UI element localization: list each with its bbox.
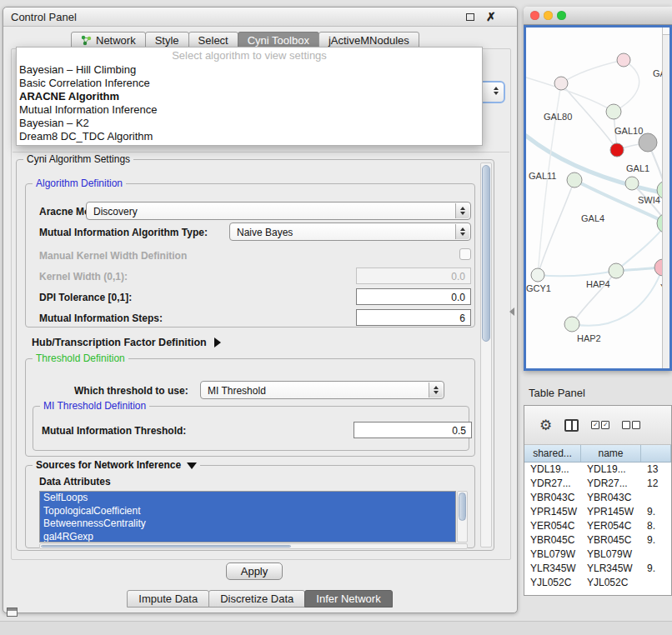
- node-label: HAP4: [586, 279, 610, 289]
- network-window-titlebar[interactable]: [524, 7, 672, 25]
- network-node[interactable]: [609, 263, 624, 278]
- column-header[interactable]: name: [581, 445, 641, 462]
- table-cell: 12: [641, 477, 671, 491]
- mi-threshold-field[interactable]: 0.5: [354, 422, 472, 438]
- table-row[interactable]: YBR043CYBR043C: [524, 491, 671, 505]
- table-row[interactable]: YBR045CYBR045C9.: [524, 533, 671, 548]
- kernel-width-field[interactable]: 0.0: [356, 268, 471, 284]
- columns-icon[interactable]: [564, 419, 579, 432]
- network-vertical-scrollbar[interactable]: [662, 28, 669, 368]
- network-node[interactable]: [617, 53, 630, 67]
- control-panel-titlebar[interactable]: Control Panel ✗: [3, 8, 517, 27]
- network-edge: [538, 271, 616, 276]
- table-cell: YER054C: [581, 519, 641, 533]
- network-node[interactable]: [625, 177, 639, 190]
- table-row[interactable]: YJL052CYJL052C: [524, 576, 671, 590]
- apply-button[interactable]: Apply: [226, 562, 283, 580]
- scrollbar-thumb[interactable]: [41, 545, 291, 548]
- node-label: GCY1: [526, 283, 551, 293]
- table-cell: YPR145W: [524, 505, 581, 519]
- table-row[interactable]: YDR27...YDR27...12: [524, 477, 671, 491]
- manual-kernel-checkbox[interactable]: [459, 248, 471, 260]
- data-attribute-item[interactable]: TopologicalCoefficient: [40, 505, 455, 518]
- sources-title: Sources for Network Inference: [36, 459, 181, 471]
- close-icon[interactable]: ✗: [486, 10, 496, 23]
- algorithm-definition-group: Algorithm Definition Aracne Mode: Discov…: [25, 183, 475, 328]
- dpi-tolerance-field[interactable]: 0.0: [356, 288, 471, 305]
- algorithm-option[interactable]: Basic Correlation Inference: [17, 77, 482, 90]
- network-node[interactable]: [639, 133, 657, 152]
- mi-type-combo[interactable]: Naive Bayes: [229, 222, 471, 241]
- minimize-light-icon[interactable]: [544, 11, 553, 20]
- list-vertical-scrollbar[interactable]: [457, 491, 468, 542]
- table-cell: YER054C: [524, 519, 581, 533]
- combo-value: MI Threshold: [208, 385, 266, 397]
- window-title: Control Panel: [11, 11, 77, 23]
- network-view-window: GALGAL80GAL10GAL11GAL1SWI4GAL4GCY1HAP4YH…: [524, 7, 672, 371]
- panel-collapse-arrow-icon[interactable]: [509, 308, 514, 316]
- aracne-mode-combo[interactable]: Discovery: [86, 202, 471, 220]
- node-label: GAL80: [544, 112, 572, 122]
- table-cell: YBL079W: [581, 548, 641, 562]
- float-window-icon[interactable]: [466, 13, 474, 21]
- column-header[interactable]: [641, 445, 671, 462]
- table-row[interactable]: YER054CYER054C8.: [524, 519, 671, 533]
- node-label: GAL11: [529, 171, 556, 181]
- deselect-all-icon[interactable]: [622, 421, 640, 429]
- data-attribute-item[interactable]: gal4RGexp: [40, 531, 455, 543]
- network-node[interactable]: [564, 317, 579, 332]
- tab-infer-network[interactable]: Infer Network: [304, 590, 392, 608]
- scrollbar-arrow[interactable]: [663, 28, 669, 35]
- network-view[interactable]: GALGAL80GAL10GAL11GAL1SWI4GAL4GCY1HAP4YH…: [524, 25, 672, 371]
- data-attribute-item[interactable]: SelfLoops: [40, 492, 455, 505]
- hub-section-toggle[interactable]: Hub/Transcription Factor Definition: [32, 337, 221, 348]
- table-cell: YBR045C: [524, 533, 581, 548]
- which-threshold-label: Which threshold to use:: [74, 385, 188, 397]
- network-node[interactable]: [567, 172, 582, 188]
- sources-group: Sources for Network Inference Data Attri…: [25, 465, 475, 548]
- tab-impute-data[interactable]: Impute Data: [127, 590, 209, 608]
- algorithm-option[interactable]: ARACNE Algorithm: [17, 90, 482, 103]
- tab-discretize-data[interactable]: Discretize Data: [208, 590, 305, 608]
- network-node[interactable]: [531, 268, 544, 282]
- algorithm-option[interactable]: Bayesian – Hill Climbing: [17, 63, 482, 77]
- table-row[interactable]: YLR345WYLR345W9.: [524, 562, 671, 576]
- close-light-icon[interactable]: [530, 11, 539, 20]
- node-label: GAL10: [614, 126, 643, 136]
- select-all-icon[interactable]: ✓ ✓: [591, 421, 609, 429]
- sources-toggle[interactable]: Sources for Network Inference: [33, 459, 200, 471]
- algorithm-option[interactable]: Bayesian – K2: [17, 117, 482, 130]
- group-title: Cyni Algorithm Settings: [23, 153, 133, 165]
- algorithm-option[interactable]: Dream8 DC_TDC Algorithm: [17, 130, 482, 143]
- table-row[interactable]: YPR145WYPR145W9.: [524, 505, 671, 519]
- table-body: YDL19...YDL19...13YDR27...YDR27...12YBR0…: [524, 462, 671, 595]
- combo-value: Naive Bayes: [237, 227, 293, 238]
- data-attributes-list[interactable]: SelfLoopsTopologicalCoefficientBetweenne…: [39, 491, 456, 542]
- mi-steps-field[interactable]: 6: [356, 309, 471, 326]
- node-label: GAL1: [626, 163, 649, 173]
- gear-icon[interactable]: ⚙: [539, 418, 552, 432]
- table-cell: YBR045C: [581, 533, 641, 548]
- list-horizontal-scrollbar[interactable]: [39, 543, 468, 549]
- network-canvas[interactable]: GALGAL80GAL10GAL11GAL1SWI4GAL4GCY1HAP4YH…: [526, 28, 669, 368]
- table-row[interactable]: YDL19...YDL19...13: [524, 462, 671, 477]
- mi-steps-label: Mutual Information Steps:: [39, 312, 163, 324]
- node-label: HAP2: [577, 333, 601, 343]
- network-node[interactable]: [554, 77, 568, 90]
- network-node[interactable]: [610, 143, 624, 157]
- combo-arrows-icon: [494, 87, 499, 95]
- algorithm-option[interactable]: Mutual Information Inference: [17, 103, 482, 117]
- scrollbar-thumb[interactable]: [459, 492, 466, 521]
- settings-scrollbar[interactable]: [480, 162, 492, 548]
- data-attribute-item[interactable]: BetweennessCentrality: [40, 518, 455, 531]
- data-attributes-label: Data Attributes: [39, 476, 111, 488]
- which-threshold-combo[interactable]: MI Threshold: [200, 381, 444, 399]
- panel-toggle-icon[interactable]: [7, 608, 18, 617]
- algorithm-dropdown-popup: Select algorithm to view settings Bayesi…: [16, 47, 483, 146]
- column-header[interactable]: shared...: [524, 445, 581, 462]
- group-title: Algorithm Definition: [33, 178, 126, 189]
- zoom-light-icon[interactable]: [557, 11, 566, 20]
- table-row[interactable]: YBL079WYBL079W: [524, 548, 671, 562]
- scrollbar-thumb[interactable]: [482, 165, 490, 342]
- network-node[interactable]: [606, 104, 621, 119]
